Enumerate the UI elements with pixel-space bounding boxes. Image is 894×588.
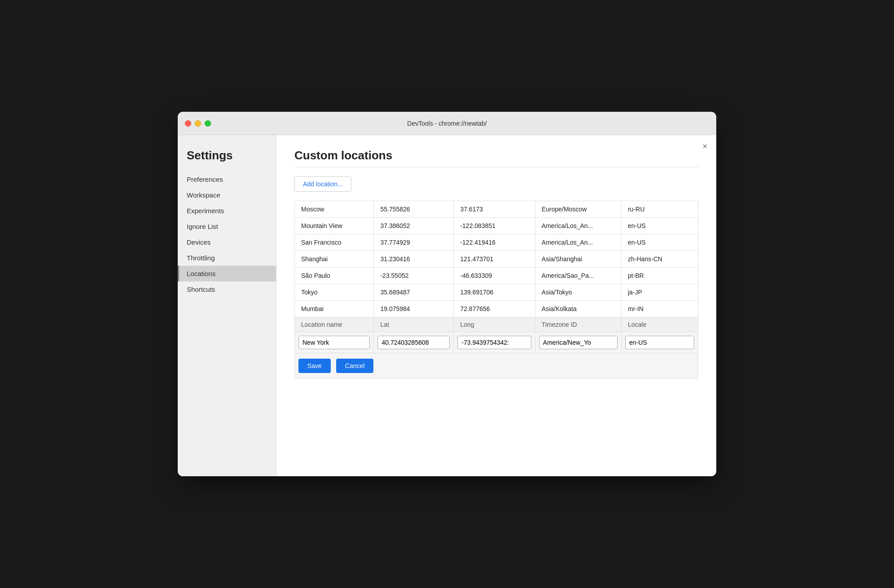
table-row: Mumbai19.07598472.877656Asia/Kolkatamr-I… bbox=[295, 301, 698, 317]
cell-timezone: Europe/Moscow bbox=[535, 201, 621, 218]
titlebar: DevTools - chrome://newtab/ bbox=[178, 112, 716, 135]
cell-name: Mountain View bbox=[295, 218, 374, 234]
cell-long: 37.6173 bbox=[454, 201, 535, 218]
cell-lat: -23.55052 bbox=[374, 268, 454, 284]
col-header-timezone: Timezone ID bbox=[535, 317, 621, 332]
cell-locale: ja-JP bbox=[621, 284, 698, 301]
col-header-long: Long bbox=[454, 317, 535, 332]
cell-locale: mr-IN bbox=[621, 301, 698, 317]
title-divider bbox=[294, 167, 698, 167]
cell-lat: 37.774929 bbox=[374, 234, 454, 251]
devtools-window: DevTools - chrome://newtab/ Settings Pre… bbox=[178, 112, 716, 476]
cancel-button[interactable]: Cancel bbox=[336, 359, 374, 373]
add-location-button[interactable]: Add location... bbox=[294, 176, 351, 192]
table-row: San Francisco37.774929-122.419416America… bbox=[295, 234, 698, 251]
location-long-input[interactable] bbox=[457, 336, 531, 349]
action-row: Save Cancel bbox=[295, 353, 698, 379]
cell-lat: 35.689487 bbox=[374, 284, 454, 301]
cell-long: 72.877656 bbox=[454, 301, 535, 317]
new-row-inputs bbox=[295, 332, 698, 353]
sidebar-item-workspace[interactable]: Workspace bbox=[178, 187, 276, 203]
cell-lat: 37.386052 bbox=[374, 218, 454, 234]
table-row: Shanghai31.230416121.473701Asia/Shanghai… bbox=[295, 251, 698, 268]
sidebar-heading: Settings bbox=[178, 144, 276, 171]
cell-timezone: America/Sao_Pa... bbox=[535, 268, 621, 284]
sidebar-item-preferences[interactable]: Preferences bbox=[178, 171, 276, 187]
sidebar-item-experiments[interactable]: Experiments bbox=[178, 203, 276, 219]
cell-timezone: Asia/Shanghai bbox=[535, 251, 621, 268]
cell-long: 121.473701 bbox=[454, 251, 535, 268]
sidebar-item-ignore-list[interactable]: Ignore List bbox=[178, 219, 276, 234]
cell-name: Moscow bbox=[295, 201, 374, 218]
save-button[interactable]: Save bbox=[298, 359, 331, 373]
input-cell-long bbox=[454, 332, 535, 353]
new-row-header: Location name Lat Long Timezone ID Local… bbox=[295, 317, 698, 332]
maximize-traffic-light[interactable] bbox=[205, 120, 211, 127]
table-row: São Paulo-23.55052-46.633309America/Sao_… bbox=[295, 268, 698, 284]
sidebar-item-devices[interactable]: Devices bbox=[178, 234, 276, 250]
cell-timezone: America/Los_An... bbox=[535, 234, 621, 251]
table-row: Tokyo35.689487139.691706Asia/Tokyoja-JP bbox=[295, 284, 698, 301]
sidebar-item-locations[interactable]: Locations bbox=[178, 266, 276, 281]
cell-name: San Francisco bbox=[295, 234, 374, 251]
cell-lat: 19.075984 bbox=[374, 301, 454, 317]
cell-timezone: Asia/Kolkata bbox=[535, 301, 621, 317]
window-body: Settings Preferences Workspace Experimen… bbox=[178, 135, 716, 476]
cell-locale: pt-BR bbox=[621, 268, 698, 284]
cell-lat: 55.755826 bbox=[374, 201, 454, 218]
cell-lat: 31.230416 bbox=[374, 251, 454, 268]
close-button[interactable]: × bbox=[702, 142, 707, 150]
cell-timezone: Asia/Tokyo bbox=[535, 284, 621, 301]
page-title: Custom locations bbox=[294, 149, 698, 162]
cell-name: Mumbai bbox=[295, 301, 374, 317]
cell-name: Tokyo bbox=[295, 284, 374, 301]
location-name-input[interactable] bbox=[298, 336, 370, 349]
sidebar-item-shortcuts[interactable]: Shortcuts bbox=[178, 281, 276, 297]
cell-long: -46.633309 bbox=[454, 268, 535, 284]
col-header-lat: Lat bbox=[374, 317, 454, 332]
cell-timezone: America/Los_An... bbox=[535, 218, 621, 234]
sidebar: Settings Preferences Workspace Experimen… bbox=[178, 135, 276, 476]
cell-long: -122.083851 bbox=[454, 218, 535, 234]
cell-long: 139.691706 bbox=[454, 284, 535, 301]
col-header-locale: Locale bbox=[621, 317, 698, 332]
input-cell-locale bbox=[621, 332, 698, 353]
input-cell-name bbox=[295, 332, 374, 353]
main-content: × Custom locations Add location... Mosco… bbox=[276, 135, 716, 476]
table-row: Mountain View37.386052-122.083851America… bbox=[295, 218, 698, 234]
cell-locale: en-US bbox=[621, 234, 698, 251]
sidebar-item-throttling[interactable]: Throttling bbox=[178, 250, 276, 266]
traffic-lights bbox=[185, 120, 211, 127]
locations-table: Moscow55.75582637.6173Europe/Moscowru-RU… bbox=[294, 201, 698, 379]
col-header-name: Location name bbox=[295, 317, 374, 332]
cell-locale: en-US bbox=[621, 218, 698, 234]
cell-name: São Paulo bbox=[295, 268, 374, 284]
window-title: DevTools - chrome://newtab/ bbox=[407, 120, 486, 127]
cell-name: Shanghai bbox=[295, 251, 374, 268]
close-traffic-light[interactable] bbox=[185, 120, 191, 127]
location-timezone-input[interactable] bbox=[539, 336, 618, 349]
cell-long: -122.419416 bbox=[454, 234, 535, 251]
location-lat-input[interactable] bbox=[377, 336, 450, 349]
table-row: Moscow55.75582637.6173Europe/Moscowru-RU bbox=[295, 201, 698, 218]
input-cell-lat bbox=[374, 332, 454, 353]
cell-locale: zh-Hans-CN bbox=[621, 251, 698, 268]
input-cell-timezone bbox=[535, 332, 621, 353]
location-locale-input[interactable] bbox=[625, 336, 694, 349]
action-cell: Save Cancel bbox=[295, 353, 698, 379]
cell-locale: ru-RU bbox=[621, 201, 698, 218]
minimize-traffic-light[interactable] bbox=[195, 120, 201, 127]
